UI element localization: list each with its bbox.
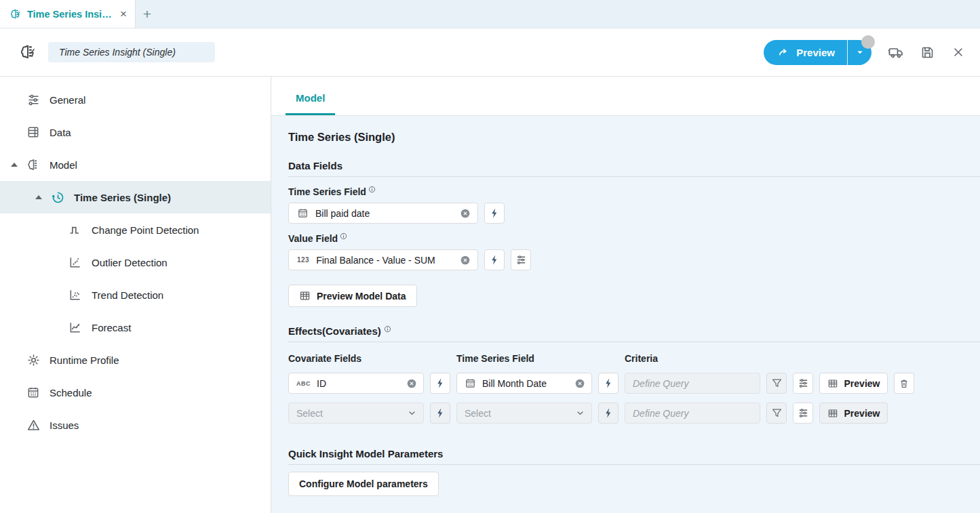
active-document-tab[interactable]: Time Series Insi… × xyxy=(0,0,136,28)
info-icon xyxy=(384,323,391,335)
caret-down-icon xyxy=(854,46,866,58)
sidebar-item-schedule[interactable]: Schedule xyxy=(0,376,271,409)
effects-heading: Effects(Covariates) xyxy=(288,325,381,337)
column-header-criteria: Criteria xyxy=(625,353,914,364)
sidebar-item-model[interactable]: Model xyxy=(0,148,271,181)
criteria-settings-button[interactable] xyxy=(793,373,813,394)
suggest-field-button[interactable] xyxy=(484,203,505,224)
trend-chart-icon xyxy=(68,287,83,302)
table-icon xyxy=(299,290,311,302)
trash-icon xyxy=(899,378,909,389)
new-tab-button[interactable]: + xyxy=(136,0,159,28)
table-icon xyxy=(827,378,838,389)
sidebar-item-general[interactable]: General xyxy=(0,83,271,116)
sidebar-item-outlier-detection[interactable]: Outlier Detection xyxy=(0,246,271,279)
sidebar-item-runtime-profile[interactable]: Runtime Profile xyxy=(0,344,271,376)
deploy-truck-icon[interactable] xyxy=(888,44,904,60)
suggest-field-button[interactable] xyxy=(484,249,505,270)
field-value: Bill Month Date xyxy=(482,378,568,389)
sidebar-item-label: Time Series (Single) xyxy=(74,192,171,203)
warning-icon xyxy=(26,417,41,432)
collapse-caret-icon[interactable] xyxy=(35,195,50,199)
suggest-field-button[interactable] xyxy=(598,373,619,394)
sliders-icon xyxy=(26,92,41,107)
gear-icon xyxy=(26,352,41,367)
lightning-icon xyxy=(603,407,614,419)
sidebar-item-data[interactable]: Data xyxy=(0,116,271,148)
clear-field-icon[interactable] xyxy=(460,255,471,266)
preview-run-icon xyxy=(777,46,790,59)
time-series-field-chip[interactable]: Bill paid date xyxy=(288,203,478,224)
covariate-field-select[interactable]: Select xyxy=(288,403,424,424)
app-header: Preview xyxy=(0,28,980,77)
sidebar-item-forecast[interactable]: Forecast xyxy=(0,311,271,344)
criteria-query-input[interactable]: Define Query xyxy=(625,403,760,424)
covariate-time-series-select[interactable]: Select xyxy=(456,403,592,424)
tab-model[interactable]: Model xyxy=(286,92,335,115)
sidebar-item-trend-detection[interactable]: Trend Detection xyxy=(0,279,271,311)
tab-close-icon[interactable]: × xyxy=(119,7,128,21)
sidebar-item-label: Data xyxy=(50,127,71,138)
collapse-caret-icon[interactable] xyxy=(11,163,26,167)
column-header-time-series-field: Time Series Field xyxy=(456,353,619,364)
covariate-preview-button[interactable]: Preview xyxy=(819,403,888,424)
covariate-field-chip[interactable]: ABC ID xyxy=(288,373,424,394)
field-value: Bill paid date xyxy=(315,208,453,219)
sidebar-item-label: Forecast xyxy=(92,322,131,333)
sidebar-item-time-series-single[interactable]: Time Series (Single) xyxy=(0,181,271,213)
clock-history-icon xyxy=(50,190,65,205)
column-header-covariate-fields: Covariate Fields xyxy=(288,353,450,364)
sidebar: General Data Model Time Series (Single) … xyxy=(0,77,271,513)
funnel-icon xyxy=(771,377,783,389)
model-config-panel: Time Series (Single) Data Fields Time Se… xyxy=(271,116,980,513)
clear-field-icon[interactable] xyxy=(460,208,471,219)
covariate-time-series-chip[interactable]: Bill Month Date xyxy=(456,373,592,394)
sidebar-item-change-point-detection[interactable]: Change Point Detection xyxy=(0,213,271,246)
sidebar-item-label: Runtime Profile xyxy=(50,354,119,366)
calendar-icon xyxy=(465,377,476,389)
filter-button[interactable] xyxy=(766,373,787,394)
field-settings-button[interactable] xyxy=(511,249,531,270)
covariates-table: Covariate Fields Time Series Field Crite… xyxy=(288,353,980,424)
preview-model-data-button[interactable]: Preview Model Data xyxy=(288,285,417,307)
sidebar-item-label: Model xyxy=(50,159,77,171)
criteria-settings-button[interactable] xyxy=(793,403,813,424)
suggest-field-button[interactable] xyxy=(430,373,450,394)
preview-split-button: Preview xyxy=(764,40,871,65)
filter-button[interactable] xyxy=(766,403,787,424)
suggest-field-button[interactable] xyxy=(598,403,619,424)
sidebar-item-label: Outlier Detection xyxy=(92,257,168,268)
delete-covariate-button[interactable] xyxy=(894,373,914,394)
forecast-chart-icon xyxy=(68,320,83,335)
clear-field-icon[interactable] xyxy=(574,378,585,389)
step-chart-icon xyxy=(68,222,83,237)
chevron-down-icon xyxy=(575,408,585,418)
sliders-icon xyxy=(515,254,527,266)
value-field-chip[interactable]: 123 Final Balance - Value - SUM xyxy=(288,249,478,270)
quick-insight-heading: Quick Insight Model Parameters xyxy=(288,448,443,459)
sidebar-item-label: Trend Detection xyxy=(92,289,163,301)
sidebar-item-issues[interactable]: Issues xyxy=(0,409,271,441)
suggest-field-button[interactable] xyxy=(430,403,450,424)
browser-tabstrip: Time Series Insi… × + xyxy=(0,0,980,28)
funnel-icon xyxy=(771,407,783,419)
covariate-preview-button[interactable]: Preview xyxy=(819,373,888,394)
sidebar-item-label: General xyxy=(50,94,85,106)
preview-button[interactable]: Preview xyxy=(764,40,847,65)
clear-field-icon[interactable] xyxy=(406,378,417,389)
data-table-icon xyxy=(26,125,41,140)
insight-name-input[interactable] xyxy=(48,42,215,62)
sidebar-item-label: Issues xyxy=(50,419,79,431)
divider xyxy=(288,464,980,465)
sidebar-item-label: Change Point Detection xyxy=(92,224,199,236)
configure-model-parameters-button[interactable]: Configure Model parameters xyxy=(288,472,439,496)
placeholder-text: Select xyxy=(465,408,569,419)
numeric-type-icon: 123 xyxy=(297,256,309,264)
close-icon[interactable] xyxy=(950,44,966,60)
sliders-icon xyxy=(798,407,809,419)
criteria-query-input[interactable]: Define Query xyxy=(625,373,760,394)
value-field-label: Value Field xyxy=(288,233,347,244)
insight-brain-icon xyxy=(19,43,37,61)
save-icon[interactable] xyxy=(919,44,935,60)
brain-icon xyxy=(26,157,41,172)
